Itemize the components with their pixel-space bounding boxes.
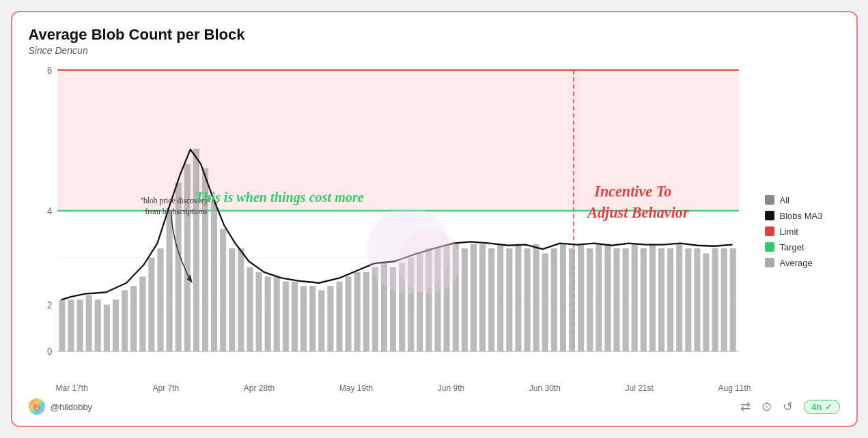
- x-label-apr28: Apr 28th: [244, 383, 275, 393]
- svg-rect-27: [193, 149, 199, 351]
- x-label-jun9: Jun 9th: [438, 383, 464, 393]
- legend-color-target: [765, 242, 774, 252]
- svg-rect-24: [166, 211, 172, 351]
- legend-item-target: Target: [765, 242, 833, 252]
- legend-label-limit: Limit: [780, 227, 798, 237]
- svg-rect-62: [506, 248, 512, 351]
- chart-title: Average Blob Count per Block: [29, 26, 840, 44]
- svg-rect-71: [587, 248, 593, 351]
- svg-rect-23: [157, 248, 163, 351]
- svg-rect-59: [479, 244, 485, 352]
- svg-rect-32: [238, 248, 244, 351]
- x-label-apr7: Apr 7th: [152, 383, 179, 393]
- svg-rect-34: [255, 272, 262, 351]
- svg-rect-19: [122, 291, 128, 352]
- svg-rect-38: [291, 282, 297, 352]
- svg-rect-65: [533, 244, 539, 352]
- svg-rect-82: [685, 248, 691, 351]
- legend-label-all: All: [780, 195, 789, 205]
- svg-rect-60: [488, 248, 494, 351]
- undo-icon[interactable]: ↺: [783, 399, 793, 414]
- svg-rect-22: [148, 258, 154, 352]
- x-axis-labels: Mar 17th Apr 7th Apr 28th May 19th Jun 9…: [29, 381, 751, 393]
- legend-color-limit: [765, 227, 774, 236]
- svg-rect-87: [729, 248, 736, 351]
- legend-label-target: Target: [780, 242, 804, 252]
- svg-rect-15: [85, 295, 92, 352]
- chart-subtitle: Since Dencun: [29, 45, 840, 56]
- footer: 🎨 @hildobby ⇄ ⊙ ↺ 4h ✓: [29, 398, 840, 415]
- username: @hildobby: [51, 402, 93, 412]
- legend-color-all: [765, 195, 774, 205]
- svg-rect-36: [273, 277, 279, 352]
- camera-icon[interactable]: ⊙: [761, 399, 772, 414]
- svg-rect-80: [667, 248, 673, 351]
- svg-rect-81: [676, 244, 682, 352]
- check-icon: ✓: [825, 402, 832, 412]
- svg-text:Adjust Behavior: Adjust Behavior: [586, 204, 688, 222]
- svg-rect-70: [578, 244, 584, 352]
- legend-item-blobs-ma3: Blobs MA3: [765, 211, 833, 221]
- svg-text:6: 6: [46, 65, 51, 76]
- svg-rect-64: [524, 248, 530, 351]
- svg-rect-30: [220, 229, 226, 352]
- svg-rect-58: [470, 244, 476, 352]
- legend-item-average: Average: [765, 258, 833, 268]
- svg-rect-12: [59, 300, 65, 351]
- svg-rect-77: [640, 248, 646, 351]
- svg-rect-75: [622, 248, 628, 351]
- svg-rect-43: [336, 282, 342, 352]
- svg-rect-61: [497, 244, 503, 352]
- chart-container: 6 4 2 0: [29, 63, 751, 393]
- svg-rect-26: [184, 164, 190, 352]
- svg-rect-68: [559, 244, 565, 352]
- svg-rect-17: [103, 305, 109, 352]
- footer-left: 🎨 @hildobby: [29, 398, 93, 415]
- svg-rect-35: [264, 277, 270, 352]
- legend-color-blobs-ma3: [765, 211, 774, 220]
- cost-text: This is when things cost more: [195, 190, 363, 206]
- svg-text:0: 0: [46, 347, 51, 357]
- svg-rect-29: [211, 202, 217, 352]
- svg-rect-69: [568, 248, 574, 351]
- chart-svg: 6 4 2 0: [29, 63, 751, 381]
- svg-text:2: 2: [46, 300, 51, 310]
- svg-rect-42: [327, 286, 333, 351]
- svg-text:from blobscriptions: from blobscriptions: [145, 207, 207, 216]
- svg-rect-63: [515, 244, 521, 352]
- svg-rect-78: [649, 244, 655, 352]
- x-label-jun30: Jun 30th: [529, 383, 561, 393]
- svg-rect-85: [712, 248, 718, 351]
- x-label-may19: May 19th: [339, 383, 373, 393]
- svg-rect-16: [94, 300, 100, 351]
- chart-card: Average Blob Count per Block Since Dencu…: [11, 11, 858, 427]
- svg-rect-76: [631, 244, 637, 352]
- x-label-mar17: Mar 17th: [56, 383, 88, 393]
- svg-rect-67: [550, 248, 557, 351]
- time-badge[interactable]: 4h ✓: [804, 400, 839, 414]
- share-icon[interactable]: ⇄: [740, 399, 751, 414]
- legend-label-average: Average: [780, 258, 813, 268]
- chart-inner: 6 4 2 0: [29, 63, 751, 381]
- svg-rect-18: [112, 300, 118, 351]
- legend-item-limit: Limit: [765, 227, 833, 237]
- svg-rect-44: [345, 277, 351, 352]
- legend: All Blobs MA3 Limit Target Average: [751, 63, 840, 393]
- footer-right: ⇄ ⊙ ↺ 4h ✓: [740, 399, 839, 414]
- svg-rect-57: [461, 248, 467, 351]
- svg-rect-74: [613, 248, 619, 351]
- svg-rect-39: [300, 286, 307, 351]
- legend-label-blobs-ma3: Blobs MA3: [780, 211, 823, 221]
- svg-rect-14: [76, 300, 83, 351]
- legend-color-average: [765, 258, 774, 267]
- svg-point-92: [398, 229, 460, 294]
- avatar: 🎨: [29, 398, 45, 415]
- svg-rect-20: [130, 286, 137, 351]
- svg-rect-40: [309, 286, 316, 351]
- svg-rect-46: [363, 272, 369, 351]
- svg-rect-84: [703, 254, 709, 352]
- svg-rect-72: [596, 244, 602, 352]
- x-label-aug11: Aug 11th: [718, 383, 751, 393]
- svg-rect-31: [229, 248, 235, 351]
- svg-rect-79: [658, 248, 664, 351]
